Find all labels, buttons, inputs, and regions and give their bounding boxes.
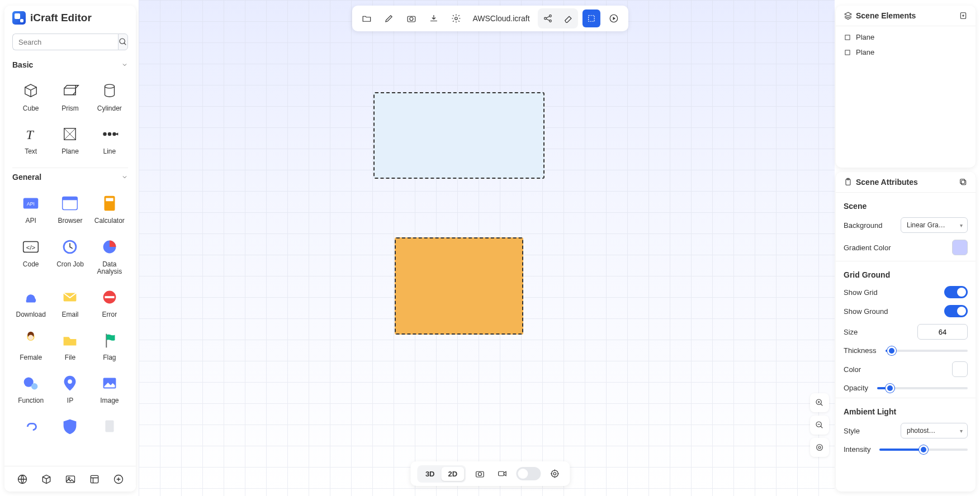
zoom-in-button[interactable] [810,393,829,412]
play-button[interactable] [605,9,623,27]
shape-partial-3[interactable] [91,413,128,441]
shape-label: Text [25,148,37,155]
attributes-body[interactable]: Scene Background Linear Gra… Gradient Co… [836,193,976,465]
crosshair-icon [550,469,560,479]
scene-attributes-title: Scene Attributes [856,178,918,187]
shape-browser[interactable]: Browser [51,189,88,227]
svg-point-53 [817,445,823,451]
select-tool-button[interactable] [583,9,600,27]
app-title: iCraft Editor [30,12,92,24]
search-input[interactable] [12,34,118,50]
shape-partial-1[interactable] [12,413,49,441]
show-grid-toggle[interactable] [944,286,968,298]
view-3d-button[interactable]: 3D [419,467,442,481]
show-grid-label: Show Grid [844,288,878,297]
share-icon [543,13,553,23]
shape-code[interactable]: </>Code [12,233,49,278]
canvas[interactable] [139,0,835,496]
category-general-header[interactable]: General [12,168,128,186]
shape-file[interactable]: File [51,326,88,364]
zoom-in-icon [815,398,824,407]
view-2d-button[interactable]: 2D [442,467,465,481]
share-button[interactable] [539,9,557,27]
shape-partial-2[interactable] [51,413,88,441]
shape-female[interactable]: Female [12,326,49,364]
cube-outline-button[interactable] [38,471,55,488]
app-title-bar: iCraft Editor [4,6,136,30]
camera-photo-button[interactable] [471,465,488,482]
shape-plane[interactable]: Plane [51,120,88,158]
globe-button[interactable] [14,471,31,488]
svg-point-5 [103,133,106,136]
prism-icon [60,82,79,101]
bottom-viewbar: 3D 2D [410,461,570,486]
open-folder-button[interactable] [357,9,375,27]
shape-label: Line [103,148,116,155]
shape-text[interactable]: T Text [12,120,49,158]
settings-button[interactable] [447,9,465,27]
shape-ip[interactable]: IP [51,369,88,407]
copy-icon[interactable] [959,178,968,187]
opacity-slider[interactable] [877,387,968,389]
zoom-fit-button[interactable] [810,438,829,457]
style-select[interactable]: photost… [901,423,968,438]
link-icon [20,416,41,437]
background-value: Linear Gra… [907,221,945,229]
svg-rect-21 [105,296,114,298]
shape-error[interactable]: Error [91,283,128,321]
shape-cron-job[interactable]: Cron Job [51,233,88,278]
screenshot-button[interactable] [402,9,420,27]
size-label: Size [844,328,858,336]
canvas-shape-plane-2[interactable] [395,237,523,335]
shape-cube[interactable]: Cube [12,77,49,115]
thickness-slider[interactable] [886,350,968,352]
color-swatch[interactable] [952,361,968,377]
map-pin-icon [59,373,81,394]
shape-cylinder[interactable]: Cylinder [91,77,128,115]
shape-email[interactable]: Email [51,283,88,321]
text-icon: T [21,125,40,144]
canvas-shape-plane-1[interactable] [373,92,545,179]
shape-calculator[interactable]: Calculator [91,189,128,227]
zoom-out-button[interactable] [810,416,829,435]
erase-button[interactable] [559,9,577,27]
scene-element-item[interactable]: Plane [836,30,976,45]
size-input[interactable] [917,324,968,340]
focus-button[interactable] [546,465,563,482]
record-button[interactable] [494,465,510,482]
shape-label: Email [61,311,78,318]
category-basic-header[interactable]: Basic [12,56,128,74]
scene-element-label: Plane [856,48,874,56]
app-logo-icon [12,11,26,25]
svg-text:</>: </> [26,244,36,250]
add-button[interactable] [110,471,127,488]
shape-function[interactable]: Function [12,369,49,407]
edit-button[interactable] [380,9,397,27]
gradient-color-swatch[interactable] [952,240,968,255]
new-page-icon[interactable] [959,11,968,20]
import-button[interactable] [424,9,442,27]
person-icon [20,330,41,351]
shape-label: Cylinder [97,105,122,112]
scene-element-item[interactable]: Plane [836,45,976,60]
color-row: Color [836,358,976,380]
chart-pie-icon [99,236,120,257]
shape-download[interactable]: Download [12,283,49,321]
search-button[interactable] [118,34,128,50]
intensity-slider[interactable] [879,449,968,451]
shape-data-analysis[interactable]: Data Analysis [91,233,128,278]
background-select[interactable]: Linear Gra… [901,217,968,233]
image-button[interactable] [62,471,79,488]
shape-palette[interactable]: Basic Cube Prism Cylinder T Text Pla [4,56,136,492]
shape-api[interactable]: APIAPI [12,189,49,227]
shape-flag[interactable]: Flag [91,326,128,364]
shape-image[interactable]: Image [91,369,128,407]
shape-line[interactable]: Line [91,120,128,158]
show-ground-toggle[interactable] [944,305,968,317]
category-general-label: General [12,173,41,182]
template-button[interactable] [86,471,103,488]
view-switch[interactable] [516,467,541,480]
shape-prism[interactable]: Prism [51,77,88,115]
clipboard-icon [844,178,853,187]
plus-circle-icon [113,474,124,485]
